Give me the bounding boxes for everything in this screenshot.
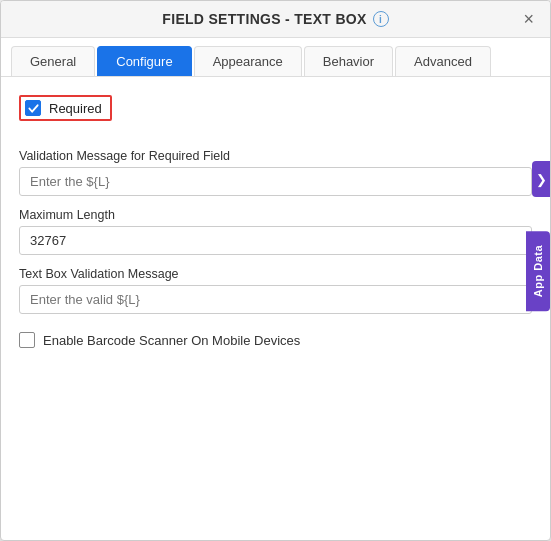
required-label: Required [49,101,102,116]
tab-behavior[interactable]: Behavior [304,46,393,76]
max-length-label: Maximum Length [19,208,532,222]
dialog-header: FIELD SETTINGS - TEXT BOX i × [1,1,550,38]
app-data-button[interactable]: App Data [526,230,550,310]
configure-content: Required Validation Message for Required… [1,77,550,540]
textbox-validation-group: Text Box Validation Message [19,267,532,314]
textbox-validation-input[interactable] [19,285,532,314]
barcode-label: Enable Barcode Scanner On Mobile Devices [43,333,300,348]
title-text: FIELD SETTINGS - TEXT BOX [162,11,366,27]
validation-message-group: Validation Message for Required Field [19,149,532,196]
validation-message-label: Validation Message for Required Field [19,149,532,163]
validation-message-input[interactable] [19,167,532,196]
tabs-bar: General Configure Appearance Behavior Ad… [1,38,550,77]
barcode-row: Enable Barcode Scanner On Mobile Devices [19,332,532,348]
info-icon[interactable]: i [373,11,389,27]
dialog-title: FIELD SETTINGS - TEXT BOX i [162,11,388,27]
max-length-group: Maximum Length [19,208,532,255]
tab-advanced[interactable]: Advanced [395,46,491,76]
dialog: FIELD SETTINGS - TEXT BOX i × General Co… [0,0,551,541]
tab-general[interactable]: General [11,46,95,76]
close-button[interactable]: × [519,8,538,30]
required-checkbox[interactable] [25,100,41,116]
required-row: Required [19,95,112,121]
textbox-validation-label: Text Box Validation Message [19,267,532,281]
app-data-wrapper: App Data [526,230,550,310]
tab-appearance[interactable]: Appearance [194,46,302,76]
barcode-checkbox[interactable] [19,332,35,348]
tab-configure[interactable]: Configure [97,46,191,76]
max-length-input[interactable] [19,226,532,255]
chevron-right-icon[interactable]: ❯ [532,161,550,197]
